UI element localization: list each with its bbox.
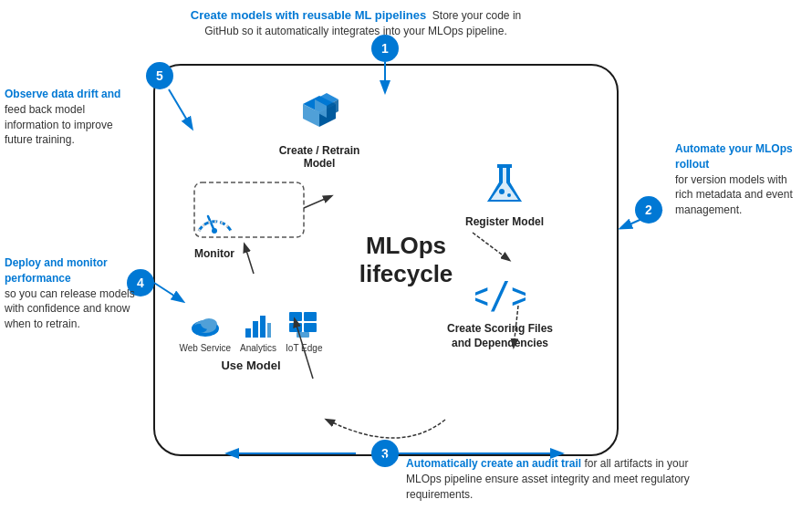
bar-chart-icon [244,310,273,339]
cube-icon [295,91,345,137]
annotation-step2: Automate your MLOps rollout for version … [675,141,807,218]
grid-icon [287,310,320,339]
analytics-label: Analytics [240,343,276,353]
node-register-model: Register Model [454,162,555,228]
node-create-retrain: Create / Retrain Model [265,91,374,170]
svg-rect-18 [253,321,258,338]
svg-point-11 [507,193,511,197]
svg-point-26 [212,228,217,234]
svg-marker-7 [489,167,520,201]
create-retrain-label: Create / Retrain Model [265,144,374,170]
main-container: MLOps lifecycle 1 2 3 4 5 Create models … [0,0,812,520]
svg-point-10 [499,189,505,194]
step-3-circle: 3 [371,440,399,467]
node-use-model: Web Service Analytics [169,310,333,372]
svg-rect-21 [289,312,302,321]
svg-rect-23 [289,323,302,332]
ann1-text1: Store your code in [432,9,521,22]
iot-edge-icon-group: IoT Edge [286,310,322,353]
use-model-label: Use Model [169,359,333,372]
step-2-circle: 2 [635,196,662,224]
svg-point-16 [201,318,217,329]
monitor-label: Monitor [178,247,251,260]
annotation-step5: Observe data drift and feed back model i… [5,87,141,148]
annotation-step4: Deploy and monitor performance so you ca… [5,255,140,332]
svg-rect-22 [304,312,317,321]
step-5-circle: 5 [146,62,173,89]
iot-edge-label: IoT Edge [286,343,322,353]
ann1-text2: GitHub so it automatically integrates in… [204,25,507,37]
svg-text:</>: </> [475,275,526,315]
register-model-label: Register Model [454,215,555,228]
gauge-icon [190,196,240,240]
node-monitor: Monitor [178,196,251,260]
code-icon: </> [475,274,526,315]
svg-rect-9 [498,165,511,168]
svg-rect-20 [267,323,271,338]
annotation-step1: Create models with reusable ML pipelines… [182,7,529,39]
analytics-icon-group: Analytics [240,310,276,353]
web-service-label: Web Service [180,343,232,353]
cloud-icon [189,310,222,339]
web-service-icon-group: Web Service [180,310,232,353]
lifecycle-box [153,64,619,456]
flask-icon [482,162,527,208]
node-scoring-files: </> Create Scoring Files and Dependencie… [436,274,564,350]
scoring-files-label: Create Scoring Files and Dependencies [436,322,564,350]
svg-rect-25 [297,332,309,338]
svg-rect-24 [304,323,317,332]
annotation-step3: Automatically create an audit trail for … [406,456,716,502]
svg-rect-17 [245,328,251,338]
svg-rect-19 [260,316,265,338]
